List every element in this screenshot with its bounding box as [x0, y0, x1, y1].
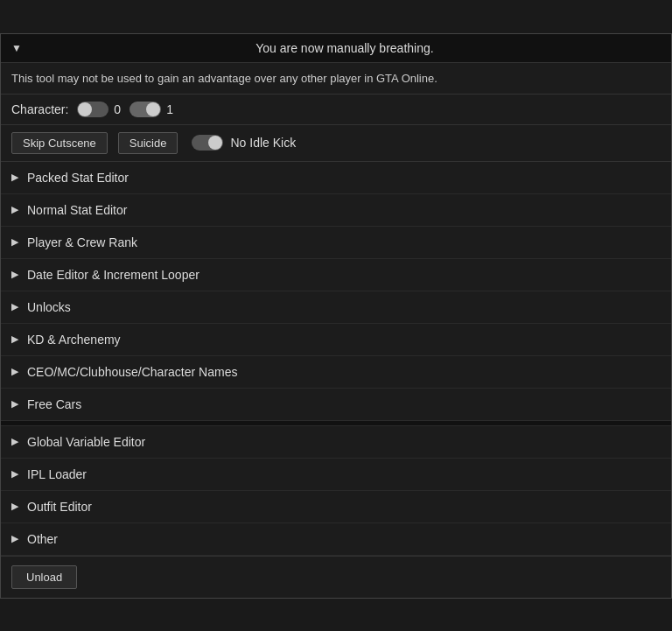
app-window: ▼ You are now manually breathing. This t…	[0, 33, 672, 599]
character-toggle-switch-1[interactable]	[130, 102, 161, 117]
menu-item-unlocks[interactable]: ▶ Unlocks	[1, 291, 671, 324]
unload-button[interactable]: Unload	[11, 565, 77, 589]
menu-item-kd-archenemy[interactable]: ▶ KD & Archenemy	[1, 324, 671, 356]
arrow-icon-global: ▶	[11, 436, 18, 447]
menu-item-ceo-mc[interactable]: ▶ CEO/MC/Clubhouse/Character Names	[1, 356, 671, 389]
character-option-0: 0	[114, 102, 121, 116]
arrow-icon-player-crew: ▶	[11, 236, 18, 248]
menu-item-normal-stat-editor[interactable]: ▶ Normal Stat Editor	[1, 194, 671, 227]
arrow-icon-other: ▶	[11, 533, 18, 544]
free-cars-label: Free Cars	[27, 397, 81, 411]
menu-item-date-editor[interactable]: ▶ Date Editor & Increment Looper	[1, 259, 671, 291]
action-row: Skip Cutscene Suicide No Idle Kick	[1, 125, 671, 162]
suicide-button[interactable]: Suicide	[118, 132, 178, 154]
arrow-icon-outfit: ▶	[11, 501, 18, 512]
arrow-icon-normal-stat: ▶	[11, 204, 18, 215]
disclaimer-text: This tool may not be used to gain an adv…	[1, 63, 671, 95]
character-toggle-group-1: 1	[130, 102, 173, 117]
no-idle-kick-toggle: No Idle Kick	[192, 135, 296, 151]
skip-cutscene-button[interactable]: Skip Cutscene	[11, 132, 108, 154]
collapse-arrow-icon[interactable]: ▼	[11, 42, 22, 54]
ceo-mc-label: CEO/MC/Clubhouse/Character Names	[27, 365, 237, 379]
idle-kick-toggle-switch[interactable]	[192, 135, 223, 151]
menu-item-ipl-loader[interactable]: ▶ IPL Loader	[1, 459, 671, 491]
character-toggle-knob-1	[146, 102, 160, 116]
date-editor-label: Date Editor & Increment Looper	[27, 268, 200, 282]
menu-item-outfit-editor[interactable]: ▶ Outfit Editor	[1, 491, 671, 523]
footer: Unload	[1, 556, 671, 598]
arrow-icon-packed-stat: ▶	[11, 172, 18, 183]
kd-archenemy-label: KD & Archenemy	[27, 333, 121, 347]
title-bar: ▼ You are now manually breathing.	[1, 34, 671, 63]
arrow-icon-unlocks: ▶	[11, 301, 18, 312]
global-variable-editor-label: Global Variable Editor	[27, 435, 145, 449]
menu-item-other[interactable]: ▶ Other	[1, 523, 671, 556]
ipl-loader-label: IPL Loader	[27, 467, 87, 481]
player-crew-rank-label: Player & Crew Rank	[27, 235, 137, 249]
idle-kick-toggle-knob	[208, 136, 222, 150]
character-option-1: 1	[166, 102, 173, 116]
outfit-editor-label: Outfit Editor	[27, 500, 92, 514]
arrow-icon-ceo: ▶	[11, 366, 18, 377]
character-row: Character: 0 1	[1, 95, 671, 125]
unlocks-label: Unlocks	[27, 300, 71, 314]
normal-stat-editor-label: Normal Stat Editor	[27, 203, 127, 217]
arrow-icon-ipl: ▶	[11, 468, 18, 480]
menu-item-packed-stat-editor[interactable]: ▶ Packed Stat Editor	[1, 162, 671, 194]
arrow-icon-kd: ▶	[11, 333, 18, 345]
other-label: Other	[27, 532, 58, 546]
character-toggle-group: 0	[77, 102, 121, 117]
character-label: Character:	[11, 102, 68, 116]
no-idle-kick-label: No Idle Kick	[230, 136, 296, 150]
arrow-icon-free-cars: ▶	[11, 398, 18, 410]
title-text: You are now manually breathing.	[29, 41, 661, 55]
packed-stat-editor-label: Packed Stat Editor	[27, 171, 129, 185]
menu-list: ▶ Packed Stat Editor ▶ Normal Stat Edito…	[1, 162, 671, 556]
menu-item-free-cars[interactable]: ▶ Free Cars	[1, 389, 671, 421]
character-toggle-switch[interactable]	[77, 102, 108, 117]
character-toggle-knob	[78, 102, 92, 116]
menu-item-global-variable-editor[interactable]: ▶ Global Variable Editor	[1, 426, 671, 459]
arrow-icon-date-editor: ▶	[11, 269, 18, 280]
menu-item-player-crew-rank[interactable]: ▶ Player & Crew Rank	[1, 227, 671, 259]
